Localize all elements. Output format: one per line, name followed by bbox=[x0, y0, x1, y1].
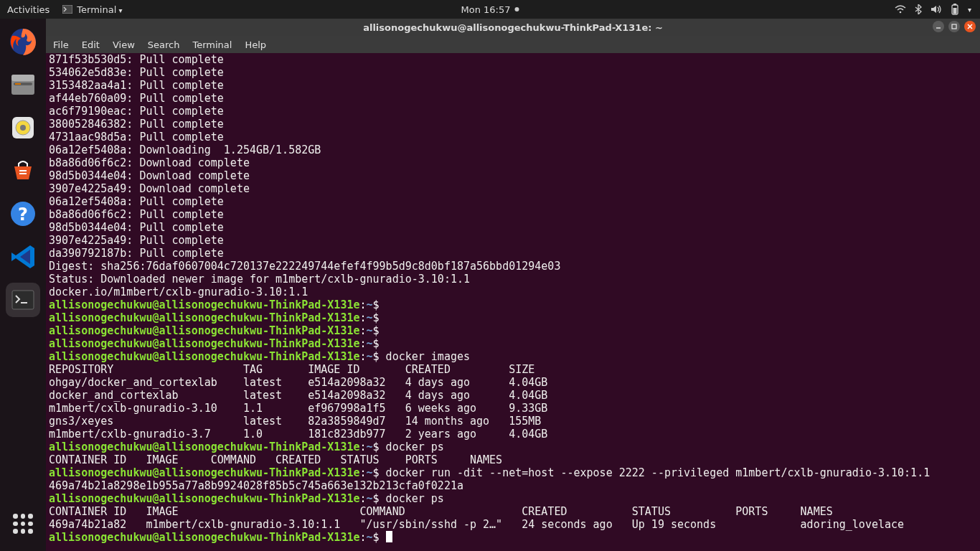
svg-point-1 bbox=[900, 11, 902, 14]
svg-rect-9 bbox=[15, 83, 21, 85]
notification-dot-icon bbox=[515, 7, 519, 11]
svg-rect-20 bbox=[952, 24, 956, 29]
svg-rect-7 bbox=[11, 75, 34, 81]
menu-edit[interactable]: Edit bbox=[82, 39, 100, 50]
software-icon bbox=[9, 156, 37, 185]
rhythmbox-icon bbox=[9, 113, 37, 142]
system-caret-icon: ▾ bbox=[968, 6, 971, 14]
show-applications[interactable] bbox=[6, 507, 40, 541]
firefox-launcher[interactable] bbox=[6, 24, 40, 59]
close-button[interactable] bbox=[964, 21, 976, 32]
clock-label: Mon 16:57 bbox=[461, 4, 510, 15]
gnome-dock: ? bbox=[0, 19, 46, 551]
vscode-launcher[interactable] bbox=[6, 240, 40, 274]
terminal-window: allisonogechukwu@allisonogechukwu-ThinkP… bbox=[46, 19, 980, 551]
system-status-area[interactable]: ▾ bbox=[895, 4, 980, 15]
svg-rect-0 bbox=[62, 5, 72, 14]
svg-text:?: ? bbox=[18, 204, 28, 225]
volume-icon bbox=[930, 5, 942, 14]
menu-search[interactable]: Search bbox=[148, 39, 180, 50]
files-icon bbox=[9, 70, 37, 99]
terminal-menubar: File Edit View Search Terminal Help bbox=[46, 36, 980, 53]
svg-rect-3 bbox=[953, 4, 956, 5]
svg-rect-17 bbox=[12, 291, 34, 309]
firefox-icon bbox=[8, 27, 38, 57]
svg-rect-14 bbox=[19, 173, 27, 174]
terminal-icon bbox=[9, 286, 37, 314]
menu-help[interactable]: Help bbox=[245, 39, 266, 50]
terminal-menu-icon bbox=[62, 5, 72, 14]
help-launcher[interactable]: ? bbox=[6, 197, 40, 231]
software-launcher[interactable] bbox=[6, 154, 40, 188]
terminal-viewport[interactable]: 871f53b530d5: Pull complete 534062e5d83e… bbox=[46, 53, 980, 551]
battery-icon bbox=[951, 4, 959, 15]
minimize-button[interactable] bbox=[933, 21, 944, 32]
terminal-launcher[interactable] bbox=[6, 283, 40, 317]
svg-rect-4 bbox=[953, 8, 956, 14]
menu-terminal[interactable]: Terminal bbox=[192, 39, 232, 50]
app-menu-label: Terminal bbox=[77, 4, 122, 15]
menu-view[interactable]: View bbox=[113, 39, 135, 50]
menu-file[interactable]: File bbox=[53, 39, 69, 50]
clock[interactable]: Mon 16:57 bbox=[461, 4, 519, 15]
window-titlebar[interactable]: allisonogechukwu@allisonogechukwu-ThinkP… bbox=[46, 19, 980, 36]
files-launcher[interactable] bbox=[6, 67, 40, 102]
svg-rect-13 bbox=[19, 170, 27, 171]
svg-point-12 bbox=[20, 125, 26, 131]
apps-grid-icon bbox=[13, 514, 33, 534]
vscode-icon bbox=[9, 242, 37, 271]
app-menu[interactable]: Terminal bbox=[62, 4, 122, 15]
maximize-button[interactable] bbox=[948, 21, 960, 32]
bluetooth-icon bbox=[915, 4, 922, 14]
wifi-icon bbox=[895, 5, 906, 14]
activities-button[interactable]: Activities bbox=[7, 4, 50, 15]
rhythmbox-launcher[interactable] bbox=[6, 110, 40, 145]
gnome-top-panel: Activities Terminal Mon 16:57 ▾ bbox=[0, 0, 980, 19]
help-icon: ? bbox=[9, 199, 37, 228]
window-title: allisonogechukwu@allisonogechukwu-ThinkP… bbox=[363, 22, 663, 33]
